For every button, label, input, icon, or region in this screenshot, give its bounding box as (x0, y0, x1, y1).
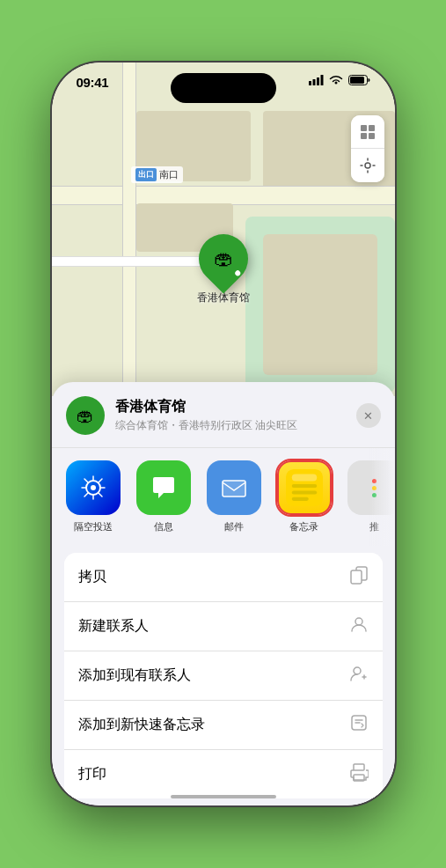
add-notes-icon (349, 713, 369, 737)
action-item-add-existing[interactable]: 添加到现有联系人 (64, 651, 383, 701)
notes-label: 备忘录 (289, 520, 318, 533)
messages-icon (148, 472, 179, 504)
dot-green (372, 493, 377, 497)
venue-info: 香港体育馆 综合体育馆・香港特别行政区 油尖旺区 (115, 398, 346, 433)
svg-rect-20 (351, 570, 362, 584)
phone-screen: 出口 南口 🏟 香港体育馆 (52, 63, 395, 805)
add-existing-icon (349, 664, 369, 688)
share-row-container: 隔空投送 信息 (52, 448, 395, 546)
action-label-copy: 拷贝 (78, 568, 106, 586)
action-item-copy[interactable]: 拷贝 (64, 553, 383, 602)
status-time: 09:41 (77, 75, 109, 90)
bottom-sheet: 🏟 香港体育馆 综合体育馆・香港特别行政区 油尖旺区 ✕ (52, 382, 395, 805)
share-row: 隔空投送 信息 (52, 448, 395, 546)
dynamic-island (171, 73, 276, 103)
map-label-north: 出口 南口 (131, 166, 183, 183)
notes-icon-wrap (277, 460, 332, 515)
map-road (52, 186, 395, 205)
wifi-icon (329, 75, 343, 85)
action-label-new-contact: 新建联系人 (78, 617, 149, 636)
home-indicator (171, 795, 276, 798)
new-contact-icon (349, 614, 369, 638)
venue-subtitle: 综合体育馆・香港特别行政区 油尖旺区 (115, 418, 346, 433)
messages-label: 信息 (154, 520, 173, 533)
share-item-messages[interactable]: 信息 (136, 460, 191, 533)
svg-rect-4 (309, 81, 311, 85)
action-label-print: 打印 (78, 765, 106, 783)
share-item-more[interactable]: 推 (347, 460, 395, 533)
airdrop-icon-wrap (66, 460, 121, 515)
map-pin: 🏟 (188, 224, 258, 293)
action-list: 拷贝 新建联系人 (64, 553, 383, 798)
svg-rect-3 (369, 133, 375, 139)
svg-rect-5 (312, 79, 315, 85)
svg-point-11 (91, 485, 96, 490)
svg-rect-2 (361, 133, 367, 139)
svg-rect-0 (361, 125, 367, 131)
exit-badge: 出口 (135, 168, 157, 181)
airdrop-icon (78, 473, 108, 503)
action-item-print[interactable]: 打印 (64, 750, 383, 798)
battery-icon (348, 75, 370, 85)
share-item-notes[interactable]: 备忘录 (277, 460, 332, 533)
action-item-add-notes[interactable]: 添加到新快速备忘录 (64, 701, 383, 750)
svg-point-21 (355, 618, 362, 625)
venue-icon: 🏟 (66, 396, 105, 435)
map-type-button[interactable] (351, 115, 384, 149)
svg-rect-15 (291, 474, 316, 481)
svg-rect-9 (350, 77, 364, 84)
dot-red (372, 479, 377, 483)
svg-rect-18 (291, 497, 308, 501)
dot-yellow (372, 486, 377, 490)
signal-icon (309, 75, 324, 85)
map-block-inner (263, 234, 377, 375)
share-item-mail[interactable]: 邮件 (207, 460, 261, 533)
exit-label: 南口 (159, 168, 179, 181)
mail-icon (218, 472, 250, 504)
action-item-new-contact[interactable]: 新建联系人 (64, 602, 383, 651)
pin-emoji: 🏟 (214, 247, 233, 270)
mail-icon-wrap (207, 460, 261, 515)
copy-icon (349, 565, 369, 589)
pin-dot (234, 269, 241, 276)
phone-frame: 出口 南口 🏟 香港体育馆 (52, 63, 395, 805)
svg-point-22 (354, 667, 361, 674)
more-label: 推 (369, 520, 379, 533)
svg-rect-6 (317, 77, 319, 85)
svg-rect-17 (291, 490, 316, 494)
close-button[interactable]: ✕ (356, 403, 381, 428)
location-button[interactable] (351, 149, 384, 182)
airdrop-label: 隔空投送 (74, 520, 113, 533)
status-icons (309, 75, 370, 85)
more-icon-wrap (347, 460, 395, 515)
action-label-add-existing: 添加到现有联系人 (78, 666, 191, 685)
map-pin-container[interactable]: 🏟 香港体育馆 (197, 234, 250, 305)
svg-rect-12 (223, 481, 245, 497)
messages-icon-wrap (136, 460, 191, 515)
svg-rect-1 (369, 125, 375, 131)
notes-icon (286, 469, 323, 506)
action-label-add-notes: 添加到新快速备忘录 (78, 716, 205, 734)
venue-name: 香港体育馆 (115, 398, 346, 416)
svg-rect-25 (354, 764, 364, 770)
more-dots (372, 479, 377, 497)
print-icon (349, 762, 369, 786)
svg-rect-16 (291, 484, 316, 488)
map-stadium-block (245, 217, 395, 393)
sheet-header: 🏟 香港体育馆 综合体育馆・香港特别行政区 油尖旺区 ✕ (52, 396, 395, 448)
svg-rect-7 (320, 75, 323, 85)
mail-label: 邮件 (224, 520, 244, 533)
share-item-airdrop[interactable]: 隔空投送 (66, 460, 121, 533)
map-controls (351, 115, 384, 182)
